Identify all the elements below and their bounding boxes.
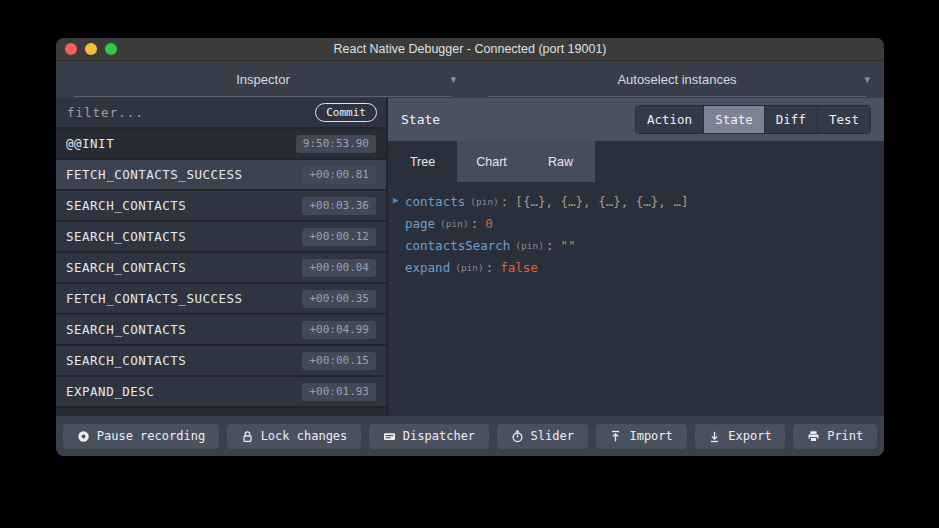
- action-label: FETCH_CONTACTS_SUCCESS: [66, 167, 302, 182]
- button-label: Slider: [531, 429, 574, 443]
- tree-key: contactsSearch: [405, 238, 510, 253]
- action-label: EXPAND_DESC: [66, 384, 302, 399]
- inspector-header: State Action State Diff Test: [388, 98, 884, 141]
- tree-key: expand: [405, 260, 450, 275]
- tree-value: false: [500, 260, 538, 275]
- time-badge: +00:01.93: [302, 383, 376, 401]
- action-row[interactable]: SEARCH_CONTACTS +00:04.99: [56, 315, 386, 346]
- close-window-button[interactable]: [65, 43, 77, 55]
- state-tree: ▶ contacts (pin) : [{…}, {…}, {…}, {…}, …: [388, 182, 884, 416]
- chevron-down-icon: ▾: [450, 73, 456, 86]
- action-label: @@INIT: [66, 136, 296, 151]
- print-button[interactable]: Print: [793, 424, 877, 449]
- lock-changes-button[interactable]: Lock changes: [227, 424, 361, 449]
- tab-chart[interactable]: Chart: [457, 141, 526, 182]
- action-label: SEARCH_CONTACTS: [66, 260, 302, 275]
- action-row[interactable]: @@INIT 9:50:53.90: [56, 129, 386, 160]
- action-row[interactable]: FETCH_CONTACTS_SUCCESS +00:00.81: [56, 160, 386, 191]
- tab-tree[interactable]: Tree: [388, 141, 457, 182]
- tab-state[interactable]: State: [704, 106, 765, 133]
- time-badge: +00:00.15: [302, 352, 376, 370]
- button-label: Lock changes: [261, 429, 348, 443]
- time-badge: +00:00.04: [302, 259, 376, 277]
- minimize-window-button[interactable]: [85, 43, 97, 55]
- main-area: Commit @@INIT 9:50:53.90 FETCH_CONTACTS_…: [56, 98, 884, 416]
- zoom-window-button[interactable]: [105, 43, 117, 55]
- action-label: SEARCH_CONTACTS: [66, 322, 302, 337]
- colon: :: [501, 194, 509, 209]
- time-badge: +00:03.36: [302, 197, 376, 215]
- import-button[interactable]: Import: [596, 424, 687, 449]
- pin-button[interactable]: (pin): [455, 262, 484, 273]
- button-label: Pause recording: [97, 429, 205, 443]
- pause-recording-button[interactable]: Pause recording: [63, 424, 219, 449]
- colon: :: [471, 216, 479, 231]
- tab-test[interactable]: Test: [818, 106, 870, 133]
- pin-button[interactable]: (pin): [440, 218, 469, 229]
- action-row[interactable]: SEARCH_CONTACTS +00:00.04: [56, 253, 386, 284]
- tree-value: [{…}, {…}, {…}, {…}, …]: [515, 194, 688, 209]
- colon: :: [486, 260, 494, 275]
- app-window: React Native Debugger - Connected (port …: [56, 38, 884, 456]
- titlebar: React Native Debugger - Connected (port …: [56, 38, 884, 61]
- time-badge: 9:50:53.90: [296, 135, 376, 153]
- commit-button[interactable]: Commit: [315, 103, 377, 122]
- bottom-toolbar: Pause recording Lock changes Dispatcher …: [56, 416, 884, 456]
- action-label: SEARCH_CONTACTS: [66, 353, 302, 368]
- action-row[interactable]: EXPAND_DESC +00:01.93: [56, 377, 386, 408]
- expand-arrow-icon[interactable]: ▶: [393, 195, 398, 205]
- pin-button[interactable]: (pin): [515, 240, 544, 251]
- button-label: Dispatcher: [403, 429, 475, 443]
- tree-row-page: page (pin) : 0: [388, 212, 884, 234]
- export-button[interactable]: Export: [695, 424, 786, 449]
- action-label: SEARCH_CONTACTS: [66, 198, 302, 213]
- tree-value: "": [561, 238, 576, 253]
- dropdown-underline: [488, 96, 866, 97]
- action-row[interactable]: SEARCH_CONTACTS +00:00.12: [56, 222, 386, 253]
- time-badge: +00:00.12: [302, 228, 376, 246]
- action-row[interactable]: SEARCH_CONTACTS +00:03.36: [56, 191, 386, 222]
- time-badge: +00:00.81: [302, 166, 376, 184]
- tree-row-expand: expand (pin) : false: [388, 256, 884, 278]
- window-title: React Native Debugger - Connected (port …: [56, 38, 884, 60]
- inspector-panel: State Action State Diff Test Tree Chart …: [388, 98, 884, 416]
- filter-bar: Commit: [56, 98, 386, 129]
- monitor-dropdown[interactable]: Inspector ▾: [56, 61, 470, 98]
- button-label: Import: [629, 429, 672, 443]
- monitor-dropdown-value: Inspector: [236, 72, 289, 87]
- dispatcher-button[interactable]: Dispatcher: [369, 424, 489, 449]
- stopwatch-icon: [511, 430, 524, 443]
- time-badge: +00:04.99: [302, 321, 376, 339]
- import-icon: [609, 430, 622, 443]
- time-badge: +00:00.35: [302, 290, 376, 308]
- filter-input[interactable]: [65, 104, 307, 121]
- dropdown-underline: [74, 96, 452, 97]
- action-label: FETCH_CONTACTS_SUCCESS: [66, 291, 302, 306]
- instances-dropdown[interactable]: Autoselect instances ▾: [470, 61, 884, 98]
- tree-row-contactsSearch: contactsSearch (pin) : "": [388, 234, 884, 256]
- action-row[interactable]: SEARCH_CONTACTS +00:00.15: [56, 346, 386, 377]
- lock-icon: [241, 430, 254, 443]
- export-icon: [708, 430, 721, 443]
- tree-key: page: [405, 216, 435, 231]
- action-row[interactable]: FETCH_CONTACTS_SUCCESS +00:00.35: [56, 284, 386, 315]
- slider-button[interactable]: Slider: [497, 424, 588, 449]
- mode-tab-group: Action State Diff Test: [635, 105, 871, 134]
- inspector-title: State: [401, 112, 635, 127]
- tab-action[interactable]: Action: [636, 106, 704, 133]
- traffic-lights: [65, 38, 117, 60]
- tree-value: 0: [485, 216, 493, 231]
- record-icon: [77, 430, 90, 443]
- view-tab-bar: Tree Chart Raw: [388, 141, 884, 182]
- button-label: Export: [728, 429, 771, 443]
- tab-diff[interactable]: Diff: [765, 106, 818, 133]
- tree-row-contacts: ▶ contacts (pin) : [{…}, {…}, {…}, {…}, …: [388, 190, 884, 212]
- pin-button[interactable]: (pin): [470, 196, 499, 207]
- button-label: Print: [827, 429, 863, 443]
- print-icon: [807, 430, 820, 443]
- colon: :: [546, 238, 554, 253]
- instances-dropdown-value: Autoselect instances: [617, 72, 736, 87]
- tab-raw[interactable]: Raw: [526, 141, 595, 182]
- selector-bar: Inspector ▾ Autoselect instances ▾: [56, 61, 884, 98]
- tree-key: contacts: [405, 194, 465, 209]
